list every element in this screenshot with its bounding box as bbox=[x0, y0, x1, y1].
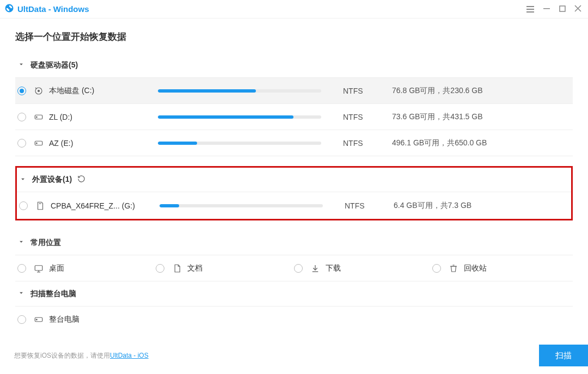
sd-card-icon bbox=[35, 201, 45, 211]
chevron-down-icon bbox=[17, 60, 25, 70]
svg-point-3 bbox=[38, 90, 40, 91]
svg-rect-11 bbox=[35, 265, 42, 270]
disk-icon bbox=[34, 86, 44, 96]
drive-name: ZL (D:) bbox=[49, 113, 158, 121]
radio-icon[interactable] bbox=[17, 264, 26, 273]
fs-type: NTFS bbox=[343, 113, 392, 121]
recycle-bin-icon bbox=[449, 263, 458, 273]
hdd-icon bbox=[34, 112, 44, 122]
drive-name: CPBA_X64FRE_Z... (G:) bbox=[51, 201, 160, 210]
radio-icon[interactable] bbox=[17, 139, 26, 148]
document-icon bbox=[172, 263, 182, 273]
radio-icon[interactable] bbox=[17, 113, 26, 121]
radio-icon[interactable] bbox=[17, 315, 26, 324]
desktop-icon bbox=[34, 263, 44, 273]
drive-row-c[interactable]: 本地磁盘 (C:) NTFS 76.8 GB可用，共230.6 GB bbox=[15, 78, 573, 104]
footer-text: 想要恢复iOS设备的数据，请使用UltData - iOS bbox=[14, 351, 149, 360]
scan-label: 扫描 bbox=[555, 351, 572, 361]
usage-bar bbox=[160, 204, 323, 207]
chevron-down-icon bbox=[19, 175, 27, 185]
external-header[interactable]: 外置设备(1) bbox=[17, 168, 571, 192]
svg-point-19 bbox=[36, 319, 37, 320]
app-title: UltData - Windows bbox=[17, 4, 89, 14]
loc-documents[interactable]: 文档 bbox=[156, 263, 294, 273]
external-devices-box: 外置设备(1) CPBA_X64FRE_Z... (G:) NTFS 6.4 G… bbox=[15, 166, 573, 220]
drives-header-label: 硬盘驱动器(5) bbox=[30, 60, 78, 70]
titlebar: UltData - Windows bbox=[0, 0, 588, 19]
page-title: 选择一个位置开始恢复数据 bbox=[15, 30, 573, 43]
hdd-icon bbox=[34, 138, 44, 148]
svg-rect-0 bbox=[543, 8, 550, 9]
radio-selected-icon[interactable] bbox=[17, 87, 26, 95]
fs-type: NTFS bbox=[345, 201, 394, 210]
usage-bar bbox=[158, 89, 321, 93]
loc-label: 下载 bbox=[326, 263, 341, 273]
close-button[interactable] bbox=[574, 5, 581, 14]
refresh-icon[interactable] bbox=[77, 175, 85, 185]
hdd-icon bbox=[34, 315, 44, 324]
loc-label: 桌面 bbox=[49, 263, 64, 273]
fs-type: NTFS bbox=[343, 87, 392, 95]
maximize-button[interactable] bbox=[559, 5, 566, 14]
drive-name: 本地磁盘 (C:) bbox=[49, 86, 158, 96]
common-row: 桌面 文档 下载 回收站 bbox=[15, 255, 573, 281]
chevron-down-icon bbox=[17, 289, 25, 298]
svg-point-6 bbox=[36, 117, 37, 118]
loc-downloads[interactable]: 下载 bbox=[294, 263, 432, 273]
loc-label: 文档 bbox=[187, 263, 203, 273]
drive-avail: 76.8 GB可用，共230.6 GB bbox=[392, 86, 483, 96]
whole-pc-header[interactable]: 扫描整台电脑 bbox=[15, 281, 573, 306]
loc-desktop[interactable]: 桌面 bbox=[17, 263, 156, 273]
usage-bar bbox=[158, 115, 321, 119]
drive-avail: 73.6 GB可用，共431.5 GB bbox=[392, 112, 483, 122]
radio-icon[interactable] bbox=[19, 201, 28, 210]
app-logo-icon bbox=[4, 3, 14, 15]
whole-pc-row[interactable]: 整台电脑 bbox=[15, 306, 573, 333]
whole-pc-header-label: 扫描整台电脑 bbox=[30, 289, 76, 299]
drives-header[interactable]: 硬盘驱动器(5) bbox=[15, 53, 573, 78]
radio-icon[interactable] bbox=[156, 264, 164, 273]
external-row-g[interactable]: CPBA_X64FRE_Z... (G:) NTFS 6.4 GB可用，共7.3… bbox=[17, 192, 571, 219]
drive-avail: 496.1 GB可用，共650.0 GB bbox=[392, 138, 487, 148]
minimize-button[interactable] bbox=[543, 4, 550, 14]
chevron-down-icon bbox=[17, 238, 25, 247]
whole-pc-label: 整台电脑 bbox=[49, 315, 158, 324]
footer-msg: 想要恢复iOS设备的数据，请使用 bbox=[14, 352, 110, 359]
common-header[interactable]: 常用位置 bbox=[15, 230, 573, 255]
drive-row-d[interactable]: ZL (D:) NTFS 73.6 GB可用，共431.5 GB bbox=[15, 104, 573, 130]
svg-line-4 bbox=[35, 88, 36, 89]
download-icon bbox=[310, 263, 320, 273]
drive-avail: 6.4 GB可用，共7.3 GB bbox=[394, 201, 471, 211]
scan-button[interactable]: 扫描 bbox=[539, 345, 588, 366]
radio-icon[interactable] bbox=[294, 264, 303, 273]
usage-bar bbox=[158, 142, 321, 145]
drive-row-e[interactable]: AZ (E:) NTFS 496.1 GB可用，共650.0 GB bbox=[15, 130, 573, 156]
drive-name: AZ (E:) bbox=[49, 139, 158, 148]
menu-icon[interactable] bbox=[526, 6, 534, 13]
loc-label: 回收站 bbox=[464, 263, 487, 273]
svg-point-8 bbox=[36, 143, 37, 144]
fs-type: NTFS bbox=[343, 139, 392, 148]
external-header-label: 外置设备(1) bbox=[32, 175, 72, 185]
radio-icon[interactable] bbox=[432, 264, 441, 273]
ultdata-ios-link[interactable]: UltData - iOS bbox=[110, 352, 149, 359]
footer: 想要恢复iOS设备的数据，请使用UltData - iOS 扫描 bbox=[0, 344, 588, 374]
loc-recycle[interactable]: 回收站 bbox=[432, 263, 571, 273]
common-header-label: 常用位置 bbox=[30, 238, 61, 248]
svg-rect-1 bbox=[560, 6, 565, 11]
